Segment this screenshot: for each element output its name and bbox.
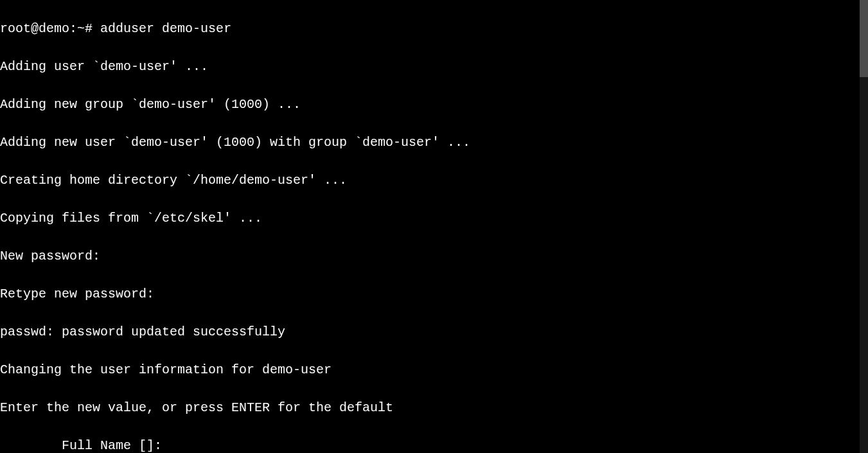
terminal-output: Adding new group `demo-user' (1000) ... (0, 95, 868, 114)
scrollbar-track[interactable] (860, 0, 868, 453)
terminal-window[interactable]: root@demo:~# adduser demo-user Adding us… (0, 0, 868, 453)
terminal-output: Adding user `demo-user' ... (0, 57, 868, 76)
scrollbar-thumb[interactable] (860, 0, 868, 77)
terminal-output: Changing the user information for demo-u… (0, 360, 868, 380)
terminal-line: root@demo:~# adduser demo-user (0, 19, 868, 39)
terminal-output: Copying files from `/etc/skel' ... (0, 209, 868, 228)
prompt-root: root@demo:~# (0, 21, 100, 36)
terminal-output: New password: (0, 247, 868, 266)
terminal-output: Full Name []: (0, 436, 868, 454)
terminal-output: passwd: password updated successfully (0, 323, 868, 342)
terminal-output: Creating home directory `/home/demo-user… (0, 171, 868, 190)
terminal-output: Enter the new value, or press ENTER for … (0, 398, 868, 418)
terminal-output: Adding new user `demo-user' (1000) with … (0, 133, 868, 152)
terminal-output: Retype new password: (0, 285, 868, 304)
command-text: adduser demo-user (100, 21, 231, 36)
